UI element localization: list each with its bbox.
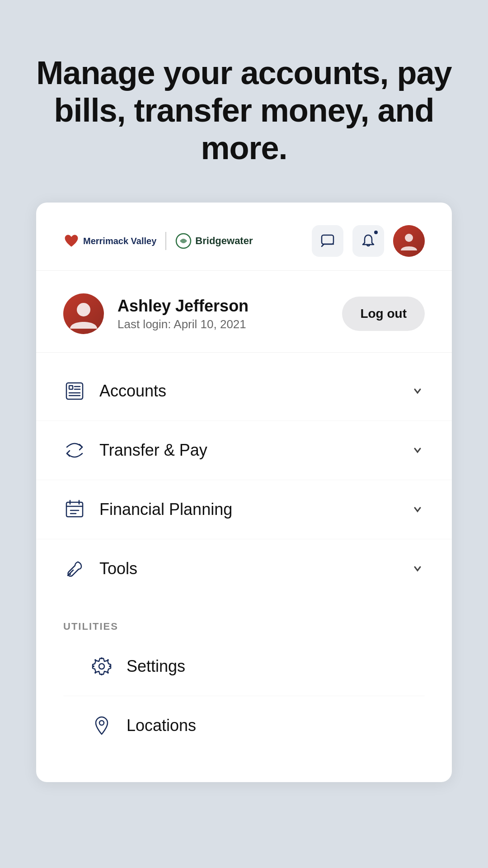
nav-menu: Accounts Transfer & Pay: [36, 353, 452, 607]
tools-icon: [63, 557, 86, 580]
user-avatar: [63, 293, 104, 334]
hero-section: Manage your accounts, pay bills, transfe…: [0, 0, 488, 203]
financial-planning-chevron-icon: [410, 502, 425, 517]
user-name: Ashley Jefferson: [117, 297, 249, 316]
main-card: Merrimack Valley Bridgewater: [36, 203, 452, 782]
merrimack-logo: Merrimack Valley: [63, 233, 156, 249]
transfer-pay-label: Transfer & Pay: [99, 441, 397, 460]
notification-dot: [373, 230, 379, 235]
transfer-pay-chevron-icon: [410, 443, 425, 458]
accounts-label: Accounts: [99, 382, 397, 401]
svg-point-15: [69, 573, 71, 575]
svg-point-17: [99, 721, 104, 725]
svg-rect-5: [69, 386, 73, 389]
svg-rect-1: [322, 235, 333, 244]
last-login-text: Last login: April 10, 2021: [117, 317, 249, 331]
svg-point-16: [99, 664, 104, 669]
chat-button[interactable]: [312, 225, 343, 257]
settings-icon: [90, 655, 113, 678]
notification-button[interactable]: [352, 225, 384, 257]
logo-area: Merrimack Valley Bridgewater: [63, 232, 253, 250]
svg-rect-10: [66, 502, 83, 517]
logo-divider: [165, 232, 166, 250]
header-avatar: [393, 225, 425, 257]
tools-chevron-icon: [410, 561, 425, 576]
nav-item-locations[interactable]: Locations: [63, 696, 425, 755]
user-info: Ashley Jefferson Last login: April 10, 2…: [63, 293, 249, 334]
bridgewater-text: Bridgewater: [195, 235, 253, 247]
settings-label: Settings: [127, 657, 398, 676]
logout-button[interactable]: Log out: [342, 297, 425, 331]
financial-planning-icon: [63, 498, 86, 521]
tools-label: Tools: [99, 559, 397, 578]
hero-title: Manage your accounts, pay bills, transfe…: [27, 54, 461, 166]
nav-item-financial-planning[interactable]: Financial Planning: [36, 480, 452, 539]
header-avatar-button[interactable]: [393, 225, 425, 257]
card-header: Merrimack Valley Bridgewater: [36, 203, 452, 271]
locations-icon: [90, 714, 113, 737]
nav-item-settings[interactable]: Settings: [63, 637, 425, 696]
locations-label: Locations: [127, 716, 398, 735]
accounts-chevron-icon: [410, 384, 425, 398]
heart-icon: [63, 233, 80, 249]
nav-item-transfer-pay[interactable]: Transfer & Pay: [36, 421, 452, 480]
header-icons: [312, 225, 425, 257]
nav-item-tools[interactable]: Tools: [36, 539, 452, 598]
bell-icon: [361, 234, 375, 248]
svg-point-3: [77, 303, 90, 316]
nav-item-accounts[interactable]: Accounts: [36, 362, 452, 421]
accounts-icon: [63, 380, 86, 402]
svg-point-2: [405, 234, 413, 242]
transfer-pay-icon: [63, 439, 86, 462]
user-section: Ashley Jefferson Last login: April 10, 2…: [36, 271, 452, 353]
person-icon: [399, 231, 419, 251]
merrimack-text: Merrimack Valley: [83, 236, 156, 246]
user-details: Ashley Jefferson Last login: April 10, 2…: [117, 297, 249, 331]
utilities-section: UTILITIES Settings Locations: [36, 607, 452, 755]
utilities-label: UTILITIES: [63, 621, 425, 632]
financial-planning-label: Financial Planning: [99, 500, 397, 519]
bridgewater-logo: Bridgewater: [175, 233, 253, 249]
user-avatar-icon: [68, 298, 99, 330]
bridgewater-circle-icon: [175, 233, 192, 249]
chat-icon: [320, 234, 335, 248]
